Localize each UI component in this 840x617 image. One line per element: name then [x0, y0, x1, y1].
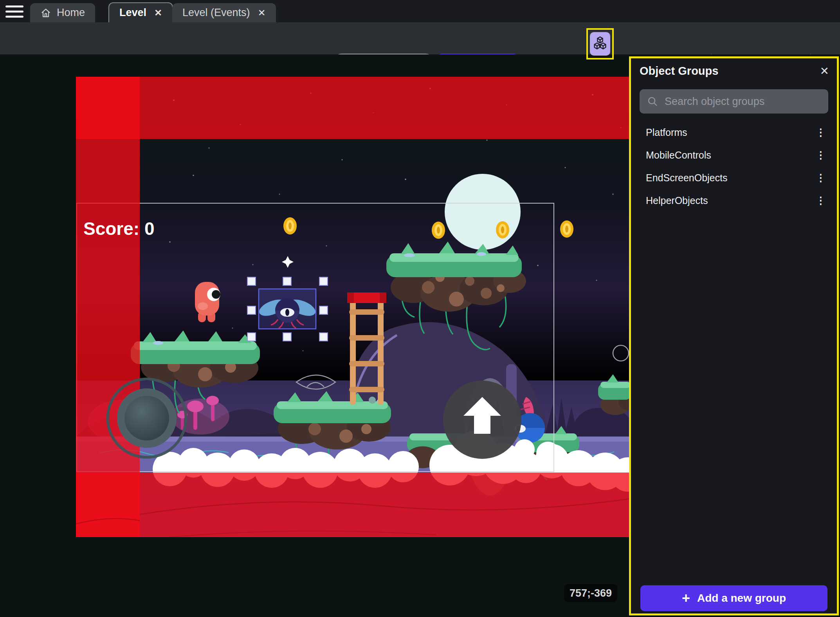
tab-bar: Home Level ✕ Level (Events) ✕: [0, 0, 840, 22]
search-input[interactable]: [665, 96, 821, 108]
search-box[interactable]: [640, 89, 828, 114]
plus-icon: +: [682, 591, 690, 605]
group-label: Platforms: [646, 127, 687, 138]
panel-close-icon[interactable]: ✕: [820, 65, 829, 78]
object-groups-button[interactable]: [590, 32, 610, 56]
tab-level-events-close-icon[interactable]: ✕: [256, 7, 266, 18]
coin-object[interactable]: [283, 217, 297, 235]
group-list: Platforms ⋮ MobileControls ⋮ EndScreenOb…: [631, 121, 837, 212]
object-groups-icon: [593, 36, 607, 52]
coin-object[interactable]: [560, 220, 573, 238]
search-icon: [647, 96, 658, 107]
group-row-mobilecontrols[interactable]: MobileControls ⋮: [631, 144, 837, 166]
kebab-menu-icon[interactable]: ⋮: [816, 195, 826, 207]
add-group-button[interactable]: + Add a new group: [640, 585, 827, 611]
scene-canvas[interactable]: Score: 0: [76, 77, 630, 537]
coin-object[interactable]: [496, 221, 509, 238]
score-text: Score: 0: [83, 218, 155, 239]
group-row-helperobjects[interactable]: HelperObjects ⋮: [631, 189, 837, 212]
jump-button[interactable]: [443, 381, 521, 459]
tab-level-events[interactable]: Level (Events) ✕: [172, 3, 276, 22]
tab-level-label: Level: [119, 7, 146, 19]
hamburger-menu-icon[interactable]: [5, 5, 23, 18]
tab-level[interactable]: Level ✕: [108, 2, 173, 22]
selected-enemy-fly[interactable]: [257, 289, 317, 329]
group-label: EndScreenObjects: [646, 172, 727, 184]
joystick-control[interactable]: [108, 379, 186, 457]
object-groups-panel: Object Groups ✕ Platforms ⋮ MobileContro…: [629, 56, 839, 615]
tab-home[interactable]: Home: [30, 3, 95, 22]
home-icon: [40, 7, 51, 18]
group-row-endscreenobjects[interactable]: EndScreenObjects ⋮: [631, 166, 837, 189]
group-label: MobileControls: [646, 150, 711, 161]
group-label: HelperObjects: [646, 195, 708, 206]
tab-level-events-label: Level (Events): [182, 7, 250, 19]
tab-home-label: Home: [57, 7, 85, 19]
kebab-menu-icon[interactable]: ⋮: [816, 172, 826, 184]
panel-title: Object Groups: [640, 65, 718, 78]
panel-header: Object Groups ✕: [631, 58, 837, 83]
object-groups-highlight-annotation: [586, 28, 614, 60]
cursor-coordinates-badge: 757;-369: [564, 584, 617, 602]
kebab-menu-icon[interactable]: ⋮: [816, 126, 826, 139]
group-row-platforms[interactable]: Platforms ⋮: [631, 121, 837, 144]
toolbar: Preview ▼ Publish: [0, 22, 840, 54]
tab-level-close-icon[interactable]: ✕: [152, 7, 162, 18]
scene-svg: Score: 0: [76, 77, 630, 537]
kebab-menu-icon[interactable]: ⋮: [816, 149, 826, 161]
moon-object[interactable]: [445, 174, 521, 250]
coin-object[interactable]: [432, 222, 445, 239]
add-group-label: Add a new group: [697, 592, 786, 604]
